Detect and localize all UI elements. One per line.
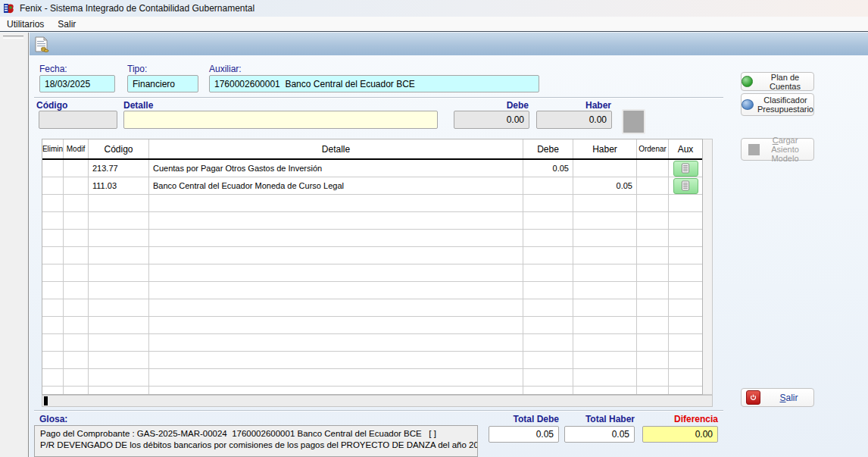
cell-ordenar xyxy=(637,387,669,395)
cell-ordenar[interactable] xyxy=(637,177,669,194)
cell-codigo xyxy=(89,195,149,211)
cell-debe xyxy=(523,282,573,299)
cell-aux xyxy=(669,369,702,386)
cell-modif xyxy=(64,195,89,211)
clasificador-label: ClasificadorPresupuestario xyxy=(757,95,813,114)
cell-codigo xyxy=(89,247,149,264)
cell-modif xyxy=(64,317,89,333)
header-detalle: Detalle xyxy=(149,139,523,158)
grid-horizontal-scrollbar[interactable] xyxy=(42,395,713,407)
salir-button[interactable]: Salir xyxy=(741,388,814,407)
cell-aux xyxy=(669,230,702,246)
cell-aux xyxy=(669,212,702,229)
cell-haber xyxy=(573,195,637,211)
grid-empty-row xyxy=(42,317,702,334)
cell-haber xyxy=(573,317,637,333)
cell-debe[interactable]: 0.05 xyxy=(523,160,573,177)
cell-aux xyxy=(669,299,702,316)
haber-field[interactable]: 0.00 xyxy=(536,111,612,129)
total-debe-field: 0.05 xyxy=(489,426,559,443)
cell-haber xyxy=(573,387,637,395)
grid-header: Elimin Modif Código Detalle Debe Haber O… xyxy=(42,139,702,160)
cell-haber[interactable]: 0.05 xyxy=(573,177,637,194)
detalle-label: Detalle xyxy=(123,100,153,111)
grid-empty-row xyxy=(42,387,702,395)
menu-utilitarios[interactable]: Utilitarios xyxy=(0,17,51,31)
grid-empty-row xyxy=(42,299,702,317)
cell-haber[interactable] xyxy=(573,160,637,177)
cell-elimin xyxy=(42,299,64,316)
clasificador-presupuestario-button[interactable]: ClasificadorPresupuestario xyxy=(741,93,814,116)
cargar-asiento-modelo-button[interactable]: Cargar Asiento Modelo xyxy=(741,138,814,161)
glosa-textarea[interactable]: Pago del Comprobante : GAS-2025-MAR-0002… xyxy=(34,425,478,457)
cell-debe xyxy=(523,317,573,333)
cell-debe xyxy=(523,369,573,386)
cell-modif xyxy=(64,264,89,281)
codigo-label: Código xyxy=(36,100,67,111)
splitter-handle[interactable] xyxy=(3,36,23,39)
header-debe: Debe xyxy=(523,139,573,158)
cell-debe xyxy=(523,247,573,264)
total-debe-label: Total Debe xyxy=(489,414,559,424)
cell-aux xyxy=(669,195,702,211)
cell-ordenar[interactable] xyxy=(637,160,669,177)
cell-modif[interactable] xyxy=(64,160,89,177)
cell-detalle xyxy=(149,369,523,386)
codigo-field[interactable] xyxy=(39,111,117,129)
add-line-gray-button[interactable] xyxy=(622,109,645,134)
header-modif: Modif xyxy=(64,139,89,158)
cell-aux xyxy=(669,247,702,264)
cell-detalle xyxy=(149,334,523,351)
cell-codigo[interactable]: 213.77 xyxy=(89,160,149,177)
cell-aux xyxy=(669,352,702,368)
cell-codigo[interactable]: 111.03 xyxy=(89,177,149,194)
header-codigo: Código xyxy=(89,139,149,158)
plan-de-cuentas-button[interactable]: Plan de Cuentas xyxy=(741,72,814,91)
cell-modif xyxy=(64,247,89,264)
tipo-field[interactable]: Financiero xyxy=(127,75,198,92)
cell-debe[interactable] xyxy=(523,177,573,194)
cell-codigo xyxy=(89,264,149,281)
auxiliar-field[interactable]: 1760002600001 Banco Central del Ecuador … xyxy=(209,75,539,92)
scrollbar-thumb[interactable] xyxy=(44,396,48,405)
grid-empty-row xyxy=(42,212,702,230)
new-voucher-document-icon[interactable] xyxy=(34,36,49,52)
cell-elimin[interactable] xyxy=(42,160,64,177)
cell-detalle xyxy=(149,352,523,368)
cell-detalle[interactable]: Banco Central del Ecuador Moneda de Curs… xyxy=(149,177,523,194)
menu-salir[interactable]: Salir xyxy=(51,17,83,31)
grid-empty-row xyxy=(42,230,702,247)
cell-haber xyxy=(573,334,637,351)
cell-haber xyxy=(573,264,637,281)
cell-aux[interactable] xyxy=(669,177,702,194)
total-haber-field: 0.05 xyxy=(564,426,635,443)
aux-button[interactable] xyxy=(673,178,698,194)
aux-button[interactable] xyxy=(673,161,698,177)
detalle-field[interactable] xyxy=(123,111,438,129)
grid-empty-row xyxy=(42,282,702,299)
cell-haber xyxy=(573,212,637,229)
cell-ordenar xyxy=(637,264,669,281)
cell-aux xyxy=(669,387,702,395)
cell-detalle[interactable]: Cuentas por Pagar Otros Gastos de Invers… xyxy=(149,160,523,177)
cell-codigo xyxy=(89,369,149,386)
cell-codigo xyxy=(89,317,149,333)
cell-modif[interactable] xyxy=(64,177,89,194)
power-icon xyxy=(746,390,760,405)
entries-grid: Elimin Modif Código Detalle Debe Haber O… xyxy=(42,139,703,395)
cell-aux xyxy=(669,334,702,351)
cell-aux xyxy=(669,317,702,333)
cell-aux[interactable] xyxy=(669,160,702,177)
cell-elimin[interactable] xyxy=(42,177,64,194)
cell-elimin xyxy=(42,212,64,229)
grid-vertical-scrollbar[interactable] xyxy=(703,139,713,395)
cell-ordenar xyxy=(637,230,669,246)
grid-empty-row xyxy=(42,247,702,264)
cell-elimin xyxy=(42,317,64,333)
debe-field[interactable]: 0.00 xyxy=(454,111,529,129)
cell-debe xyxy=(523,264,573,281)
fecha-field[interactable]: 18/03/2025 xyxy=(39,75,115,92)
haber-label: Haber xyxy=(536,100,611,111)
cell-modif xyxy=(64,282,89,299)
window-title: Fenix - Sistema Integrado de Contabilida… xyxy=(20,3,254,14)
